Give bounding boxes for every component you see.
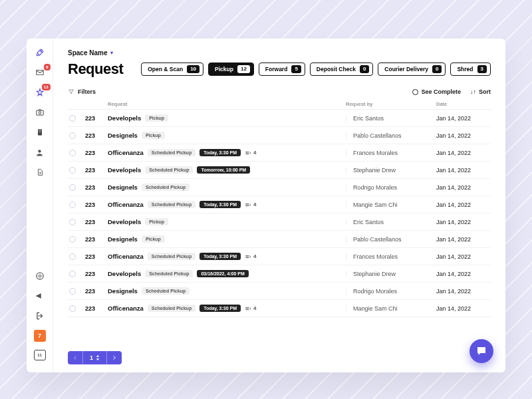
- table-row[interactable]: 223OfficenanzaScheduled PickupToday, 3:3…: [68, 248, 491, 265]
- nav-counter: 11: [37, 353, 42, 357]
- row-select[interactable]: [69, 288, 76, 295]
- table-row[interactable]: 223OfficenanzaScheduled PickupToday, 3:3…: [68, 300, 491, 317]
- tab-forward[interactable]: Forward5: [259, 63, 305, 76]
- svg-rect-4: [38, 130, 42, 136]
- row-select[interactable]: [69, 253, 76, 260]
- space-selector[interactable]: Space Name ▾: [68, 49, 491, 57]
- sort-label: Sort: [479, 88, 491, 95]
- svg-point-11: [39, 275, 41, 277]
- bundle-count: 4: [245, 305, 256, 311]
- table-row[interactable]: 223OfficenanzaScheduled PickupToday, 3:3…: [68, 144, 491, 162]
- row-id: 223: [85, 201, 104, 208]
- row-date: Jan 14, 2022: [436, 271, 489, 277]
- row-select[interactable]: [69, 271, 76, 277]
- row-date: Jan 14, 2022: [436, 167, 489, 174]
- row-id: 223: [85, 219, 104, 225]
- row-select[interactable]: [69, 150, 76, 156]
- row-id: 223: [85, 253, 104, 260]
- filters-button[interactable]: Filters: [68, 88, 96, 95]
- nav-badge: 9: [44, 64, 50, 70]
- svg-rect-8: [40, 132, 41, 132]
- sort-button[interactable]: ↓↑ Sort: [470, 88, 491, 95]
- svg-rect-7: [39, 132, 39, 132]
- tab-shred[interactable]: Shred3: [450, 63, 491, 76]
- tab-count: 5: [291, 65, 301, 73]
- bundle-count: 4: [245, 253, 256, 259]
- nav-doc-icon[interactable]: [34, 166, 46, 178]
- page-indicator[interactable]: 1: [82, 351, 107, 364]
- row-select[interactable]: [69, 115, 76, 122]
- see-complete-toggle[interactable]: See Complete: [412, 88, 461, 95]
- row-request-by: Pablo Castellanos: [346, 132, 432, 139]
- table-row[interactable]: 223DevelopelsPickupEric SantosJan 14, 20…: [68, 110, 491, 127]
- row-request: DesignelsScheduled Pickup: [108, 184, 342, 191]
- tab-label: Deposit Check: [317, 66, 356, 72]
- tab-label: Pickup: [215, 66, 233, 72]
- table-row[interactable]: 223DevelopelsScheduled PickupTomorrow, 1…: [68, 162, 491, 179]
- table-row[interactable]: 223DesignelsScheduled PickupRodrigo Mora…: [68, 283, 491, 300]
- table-row[interactable]: 223DesignelsScheduled PickupRodrigo Mora…: [68, 179, 491, 196]
- row-id: 223: [85, 184, 104, 191]
- row-name: Developels: [108, 166, 141, 174]
- row-date: Jan 14, 2022: [436, 236, 489, 243]
- prev-page-button[interactable]: [68, 351, 82, 364]
- table-row[interactable]: 223DesignelsPickupPablo CastellanosJan 1…: [68, 127, 491, 144]
- row-select[interactable]: [69, 236, 76, 243]
- row-select[interactable]: [69, 132, 76, 139]
- page-title: Request: [68, 61, 123, 78]
- svg-point-0: [40, 51, 41, 52]
- row-date: Jan 14, 2022: [436, 288, 489, 295]
- logo-rocket-icon[interactable]: [34, 47, 46, 59]
- row-select[interactable]: [69, 184, 76, 191]
- row-request: DesignelsScheduled Pickup: [108, 287, 342, 295]
- tab-count: 12: [237, 65, 250, 73]
- nav-activity-icon[interactable]: 13: [34, 86, 46, 98]
- row-date: Jan 14, 2022: [436, 150, 489, 156]
- time-tag: Tomorrow, 10:00 PM: [197, 166, 250, 174]
- nav-mail-icon[interactable]: 9: [34, 66, 46, 78]
- nav-counter-icon[interactable]: 11: [34, 350, 46, 360]
- row-id: 223: [85, 167, 104, 174]
- nav-megaphone-icon[interactable]: [34, 290, 46, 302]
- row-select[interactable]: [69, 201, 76, 208]
- bundle-count: 4: [245, 150, 256, 156]
- nav-app-label: 7: [38, 332, 41, 339]
- row-name: Developels: [108, 218, 141, 225]
- row-date: Jan 14, 2022: [436, 219, 489, 225]
- nav-building-icon[interactable]: [34, 126, 46, 138]
- row-name: Officenanza: [108, 305, 144, 312]
- nav-camera-icon[interactable]: [34, 106, 46, 118]
- row-id: 223: [85, 115, 104, 122]
- table-row[interactable]: 223DesignelsPickupPablo CastellanosJan 1…: [68, 231, 491, 248]
- row-name: Developels: [108, 270, 141, 277]
- table-row[interactable]: 223DevelopelsScheduled Pickup03/16/2022,…: [68, 265, 491, 283]
- row-name: Developels: [108, 114, 141, 122]
- row-id: 223: [85, 288, 104, 295]
- requests-table: Request Request by Date 223DevelopelsPic…: [68, 99, 491, 344]
- time-tag: Today, 3:30 PM: [200, 253, 241, 260]
- row-date: Jan 14, 2022: [436, 115, 489, 122]
- tab-count: 0: [360, 65, 369, 73]
- row-select[interactable]: [69, 305, 76, 312]
- current-page: 1: [90, 354, 93, 361]
- chevron-down-icon: ▾: [110, 50, 113, 56]
- row-request: OfficenanzaScheduled PickupToday, 3:30 P…: [108, 201, 342, 208]
- pagination: 1: [68, 351, 491, 364]
- nav-user-icon[interactable]: [34, 146, 46, 158]
- table-row[interactable]: 223OfficenanzaScheduled PickupToday, 3:3…: [68, 196, 491, 213]
- tab-pickup[interactable]: Pickup12: [208, 63, 254, 76]
- row-select[interactable]: [69, 167, 76, 174]
- tab-open-scan[interactable]: Open & Scan10: [141, 63, 203, 76]
- time-tag: Today, 3:30 PM: [200, 201, 241, 208]
- tab-courier-delivery[interactable]: Courier Delivery0: [378, 63, 446, 76]
- row-name: Designels: [108, 132, 138, 139]
- nav-app-icon[interactable]: 7: [34, 330, 46, 342]
- table-row[interactable]: 223DevelopelsPickupEric SantosJan 14, 20…: [68, 213, 491, 231]
- chat-fab[interactable]: [469, 339, 493, 363]
- see-complete-label: See Complete: [421, 88, 461, 95]
- nav-logout-icon[interactable]: [34, 310, 46, 322]
- next-page-button[interactable]: [107, 351, 122, 364]
- tab-deposit-check[interactable]: Deposit Check0: [310, 63, 374, 76]
- nav-help-icon[interactable]: [34, 270, 46, 282]
- row-select[interactable]: [69, 219, 76, 225]
